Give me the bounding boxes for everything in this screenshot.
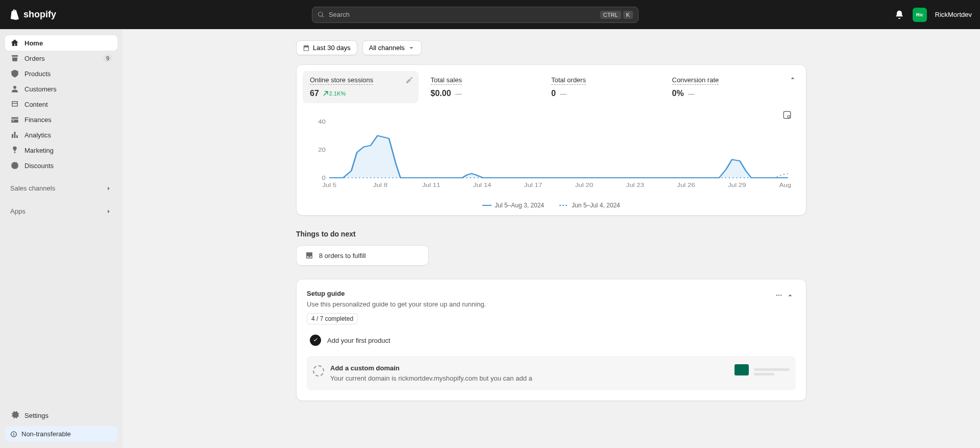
collapse-setup-button[interactable] bbox=[785, 290, 796, 302]
sidebar-item-home[interactable]: Home bbox=[5, 35, 117, 51]
setup-preview bbox=[734, 364, 790, 375]
sidebar-item-label: Marketing bbox=[24, 147, 54, 154]
svg-text:Jul 8: Jul 8 bbox=[373, 182, 387, 188]
sidebar-item-label: Products bbox=[24, 70, 51, 78]
legend-current: Jul 5–Aug 3, 2024 bbox=[482, 202, 544, 209]
edit-icon[interactable] bbox=[405, 76, 413, 84]
pending-icon bbox=[313, 365, 324, 376]
products-icon bbox=[10, 69, 19, 78]
sidebar-item-marketing[interactable]: Marketing bbox=[5, 143, 117, 158]
analytics-icon bbox=[10, 130, 19, 139]
sidebar-item-orders[interactable]: Orders 9 bbox=[5, 51, 117, 66]
things-to-do-title: Things to do next bbox=[296, 230, 806, 238]
search-icon bbox=[317, 11, 325, 18]
svg-text:Jul 29: Jul 29 bbox=[728, 182, 746, 188]
chevron-down-icon bbox=[408, 44, 415, 52]
svg-text:Aug 1: Aug 1 bbox=[779, 182, 792, 188]
sidebar-item-label: Analytics bbox=[24, 131, 51, 139]
sidebar-item-analytics[interactable]: Analytics bbox=[5, 127, 117, 143]
chevron-up-icon bbox=[789, 75, 796, 82]
sidebar-item-label: Customers bbox=[24, 85, 57, 93]
content-icon bbox=[10, 100, 19, 109]
orders-to-fulfill-card[interactable]: 8 orders to fulfill bbox=[296, 245, 429, 266]
svg-point-2 bbox=[788, 115, 790, 118]
avatar[interactable]: Ric bbox=[913, 8, 927, 22]
date-filter-button[interactable]: Last 30 days bbox=[296, 40, 357, 55]
dots-icon bbox=[775, 292, 782, 299]
search-input[interactable]: Search CTRL K bbox=[312, 7, 639, 23]
sidebar-item-discounts[interactable]: Discounts bbox=[5, 158, 117, 173]
orders-icon bbox=[10, 54, 19, 63]
legend-previous: Jun 5–Jul 4, 2024 bbox=[559, 202, 620, 209]
svg-text:Jul 17: Jul 17 bbox=[524, 182, 543, 188]
search-placeholder: Search bbox=[329, 11, 350, 18]
marketing-icon bbox=[10, 146, 19, 155]
svg-text:40: 40 bbox=[318, 119, 326, 125]
sidebar-item-customers[interactable]: Customers bbox=[5, 81, 117, 97]
setup-guide-card: Setup guide Use this personalized guide … bbox=[296, 279, 806, 401]
logo-text: shopify bbox=[23, 9, 56, 20]
sales-channels-section[interactable]: Sales channels bbox=[5, 180, 117, 196]
kbd-k: K bbox=[623, 11, 633, 19]
svg-text:Jul 11: Jul 11 bbox=[422, 182, 440, 188]
channels-filter-button[interactable]: All channels bbox=[362, 40, 422, 55]
finances-icon bbox=[10, 115, 19, 124]
stat-total-sales[interactable]: Total sales $0.00 — bbox=[424, 71, 540, 103]
setup-progress: 4 / 7 completed bbox=[307, 313, 358, 324]
collapse-button[interactable] bbox=[786, 71, 800, 85]
setup-subtitle: Use this personalized guide to get your … bbox=[307, 300, 773, 308]
calendar-icon bbox=[303, 44, 310, 52]
setup-title: Setup guide bbox=[307, 290, 773, 297]
sidebar-item-label: Orders bbox=[24, 55, 45, 62]
discounts-icon bbox=[10, 161, 19, 170]
setup-item-first-product[interactable]: Add your first product bbox=[307, 329, 796, 351]
stat-conversion-rate[interactable]: Conversion rate 0% — bbox=[665, 71, 781, 103]
arrow-up-icon bbox=[323, 91, 328, 96]
chevron-right-icon bbox=[105, 185, 112, 192]
svg-point-16 bbox=[776, 295, 777, 296]
fullscreen-icon[interactable] bbox=[782, 110, 792, 120]
stats-card: Online store sessions 67 2.1K% Total sal… bbox=[296, 64, 806, 216]
customers-icon bbox=[10, 84, 19, 93]
sidebar-item-finances[interactable]: Finances bbox=[5, 112, 117, 127]
svg-text:Jul 26: Jul 26 bbox=[677, 182, 695, 188]
chevron-right-icon bbox=[105, 208, 112, 215]
sidebar-item-label: Settings bbox=[24, 412, 48, 413]
shopify-logo[interactable]: shopify bbox=[8, 9, 56, 21]
orders-badge: 9 bbox=[103, 55, 112, 62]
apps-section[interactable]: Apps bbox=[5, 203, 117, 219]
sidebar-item-label: Discounts bbox=[24, 162, 54, 170]
kbd-ctrl: CTRL bbox=[600, 11, 621, 19]
sessions-chart: 02040Jul 5Jul 8Jul 11Jul 14Jul 17Jul 20J… bbox=[311, 119, 792, 190]
sidebar-item-content[interactable]: Content bbox=[5, 97, 117, 112]
trend-up: 2.1K% bbox=[323, 90, 346, 97]
logo-icon bbox=[8, 9, 20, 21]
svg-text:Jul 20: Jul 20 bbox=[575, 182, 594, 188]
svg-text:0: 0 bbox=[322, 175, 326, 181]
setup-item-custom-domain[interactable]: Add a custom domain Your current domain … bbox=[307, 356, 796, 390]
svg-point-18 bbox=[780, 295, 781, 296]
chevron-up-icon bbox=[787, 292, 794, 299]
svg-text:Jul 23: Jul 23 bbox=[626, 182, 645, 188]
inbox-icon bbox=[305, 251, 314, 260]
sidebar-item-settings[interactable]: Settings bbox=[5, 408, 117, 412]
svg-point-17 bbox=[778, 295, 779, 296]
more-button[interactable] bbox=[773, 290, 785, 302]
notifications-icon[interactable] bbox=[894, 10, 904, 20]
stat-total-orders[interactable]: Total orders 0 — bbox=[544, 71, 660, 103]
sidebar-item-label: Home bbox=[24, 39, 43, 47]
stat-online-sessions[interactable]: Online store sessions 67 2.1K% bbox=[303, 71, 419, 103]
home-icon bbox=[10, 38, 19, 48]
svg-text:20: 20 bbox=[318, 147, 326, 153]
username[interactable]: RickMortdev bbox=[935, 11, 972, 18]
svg-text:Jul 14: Jul 14 bbox=[473, 182, 492, 188]
svg-text:Jul 5: Jul 5 bbox=[322, 182, 336, 188]
check-icon bbox=[310, 335, 321, 346]
sidebar-item-products[interactable]: Products bbox=[5, 66, 117, 81]
gear-icon bbox=[10, 411, 19, 412]
sidebar-item-label: Content bbox=[24, 101, 48, 108]
sidebar-item-label: Finances bbox=[24, 116, 52, 124]
